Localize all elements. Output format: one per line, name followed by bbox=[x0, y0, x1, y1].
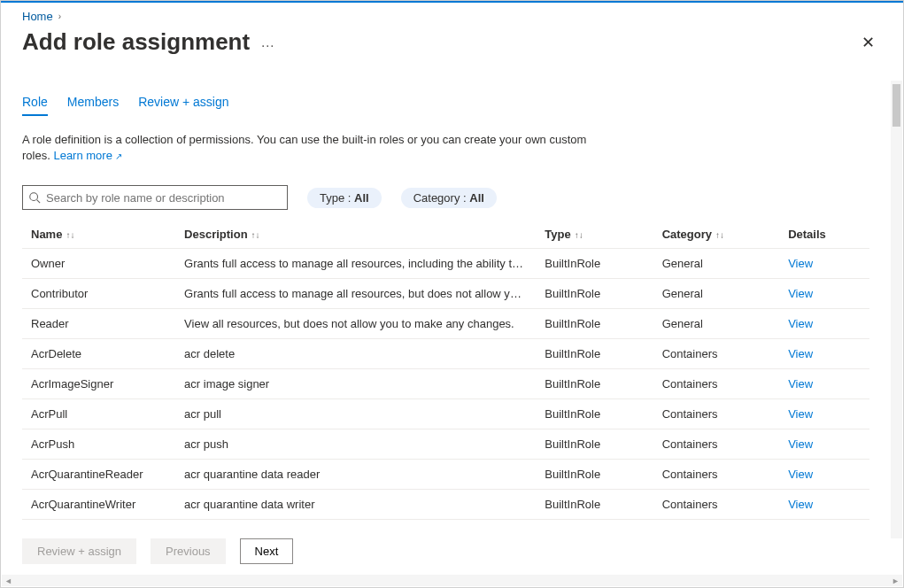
cell-type: BuiltInRole bbox=[536, 279, 653, 309]
chevron-right-icon: › bbox=[58, 12, 61, 21]
tab-bar: Role Members Review + assign bbox=[22, 89, 869, 116]
cell-name: AcrDelete bbox=[22, 339, 175, 369]
cell-type: BuiltInRole bbox=[536, 309, 653, 339]
search-icon bbox=[28, 191, 41, 204]
sort-icon: ↑↓ bbox=[715, 230, 724, 240]
description-text: A role definition is a collection of per… bbox=[22, 132, 589, 164]
table-row[interactable]: AcrPullacr pullBuiltInRoleContainersView bbox=[22, 399, 869, 429]
view-details-link[interactable]: View bbox=[788, 437, 813, 451]
view-details-link[interactable]: View bbox=[788, 407, 813, 421]
table-row[interactable]: AcrImageSigneracr image signerBuiltInRol… bbox=[22, 369, 869, 399]
cell-type: BuiltInRole bbox=[536, 490, 653, 520]
view-details-link[interactable]: View bbox=[788, 317, 813, 330]
cell-type: BuiltInRole bbox=[536, 399, 653, 429]
table-row[interactable]: ReaderView all resources, but does not a… bbox=[22, 309, 869, 339]
svg-point-0 bbox=[30, 193, 38, 201]
cell-description: acr delete bbox=[175, 339, 536, 369]
sort-icon: ↑↓ bbox=[251, 230, 260, 240]
cell-type: BuiltInRole bbox=[536, 369, 653, 399]
cell-type: BuiltInRole bbox=[536, 249, 653, 279]
breadcrumb-home[interactable]: Home bbox=[22, 10, 53, 23]
cell-type: BuiltInRole bbox=[536, 429, 653, 460]
cell-name: AcrQuarantineReader bbox=[22, 460, 175, 490]
footer-actions: Review + assign Previous Next bbox=[1, 528, 903, 575]
cell-category: Containers bbox=[653, 490, 780, 520]
more-actions-button[interactable]: … bbox=[260, 35, 275, 50]
table-row[interactable]: AcrDeleteacr deleteBuiltInRoleContainers… bbox=[22, 339, 869, 369]
cell-category: Containers bbox=[653, 369, 780, 399]
column-header-details: Details bbox=[779, 220, 869, 249]
cell-type: BuiltInRole bbox=[536, 460, 653, 490]
column-header-category[interactable]: Category↑↓ bbox=[653, 220, 780, 249]
previous-button: Previous bbox=[151, 538, 226, 564]
horizontal-scrollbar[interactable]: ◄ ► bbox=[2, 575, 902, 586]
cell-description: acr image signer bbox=[175, 369, 536, 399]
table-row[interactable]: OwnerGrants full access to manage all re… bbox=[22, 249, 869, 279]
cell-description: acr quarantine data writer bbox=[175, 490, 536, 520]
column-header-type[interactable]: Type↑↓ bbox=[536, 220, 653, 249]
cell-type: BuiltInRole bbox=[536, 339, 653, 369]
cell-category: Containers bbox=[653, 399, 780, 429]
tab-role[interactable]: Role bbox=[22, 89, 48, 116]
roles-table: Name↑↓ Description↑↓ Type↑↓ Category↑↓ D… bbox=[22, 220, 869, 520]
cell-name: AcrImageSigner bbox=[22, 369, 175, 399]
cell-description: acr pull bbox=[175, 399, 536, 429]
cell-description: Grants full access to manage all resourc… bbox=[175, 279, 536, 309]
filter-type[interactable]: Type : All bbox=[307, 188, 382, 208]
cell-category: General bbox=[653, 249, 780, 279]
learn-more-link[interactable]: Learn more ↗ bbox=[53, 149, 121, 162]
cell-name: Reader bbox=[22, 309, 175, 339]
breadcrumb: Home › bbox=[1, 3, 903, 27]
table-row[interactable]: AcrQuarantineReaderacr quarantine data r… bbox=[22, 460, 869, 490]
cell-name: AcrPull bbox=[22, 399, 175, 429]
cell-description: acr push bbox=[175, 429, 536, 460]
cell-description: acr quarantine data reader bbox=[175, 460, 536, 490]
close-button[interactable]: ✕ bbox=[854, 29, 882, 56]
cell-name: Contributor bbox=[22, 279, 175, 309]
vertical-scrollbar[interactable] bbox=[891, 81, 902, 538]
cell-description: Grants full access to manage all resourc… bbox=[175, 249, 536, 279]
table-row[interactable]: ContributorGrants full access to manage … bbox=[22, 279, 869, 309]
cell-category: Containers bbox=[653, 429, 780, 460]
search-input[interactable] bbox=[41, 191, 282, 205]
cell-name: AcrQuarantineWriter bbox=[22, 490, 175, 520]
cell-category: General bbox=[653, 309, 780, 339]
scroll-left-icon[interactable]: ◄ bbox=[4, 576, 12, 585]
table-row[interactable]: AcrPushacr pushBuiltInRoleContainersView bbox=[22, 429, 869, 460]
scroll-right-icon[interactable]: ► bbox=[892, 576, 900, 585]
table-row[interactable]: AcrQuarantineWriteracr quarantine data w… bbox=[22, 490, 869, 520]
column-header-name[interactable]: Name↑↓ bbox=[22, 220, 175, 249]
cell-category: Containers bbox=[653, 339, 780, 369]
view-details-link[interactable]: View bbox=[788, 257, 813, 270]
cell-category: Containers bbox=[653, 460, 780, 490]
scrollbar-thumb[interactable] bbox=[892, 84, 900, 127]
cell-name: AcrPush bbox=[22, 429, 175, 460]
external-link-icon: ↗ bbox=[112, 151, 122, 161]
review-assign-button: Review + assign bbox=[22, 538, 136, 564]
filter-category[interactable]: Category : All bbox=[401, 188, 497, 208]
view-details-link[interactable]: View bbox=[788, 377, 813, 391]
cell-category: General bbox=[653, 279, 780, 309]
tab-members[interactable]: Members bbox=[67, 89, 119, 116]
sort-icon: ↑↓ bbox=[66, 230, 74, 240]
next-button[interactable]: Next bbox=[240, 538, 294, 564]
search-input-wrapper[interactable] bbox=[22, 185, 288, 210]
cell-description: View all resources, but does not allow y… bbox=[175, 309, 536, 339]
tab-review-assign[interactable]: Review + assign bbox=[138, 89, 228, 116]
svg-line-1 bbox=[37, 200, 41, 204]
view-details-link[interactable]: View bbox=[788, 498, 813, 511]
column-header-description[interactable]: Description↑↓ bbox=[175, 220, 536, 249]
view-details-link[interactable]: View bbox=[788, 347, 813, 360]
view-details-link[interactable]: View bbox=[788, 468, 813, 481]
sort-icon: ↑↓ bbox=[575, 230, 583, 240]
cell-name: Owner bbox=[22, 249, 175, 279]
view-details-link[interactable]: View bbox=[788, 287, 813, 300]
page-title: Add role assignment bbox=[22, 28, 250, 56]
